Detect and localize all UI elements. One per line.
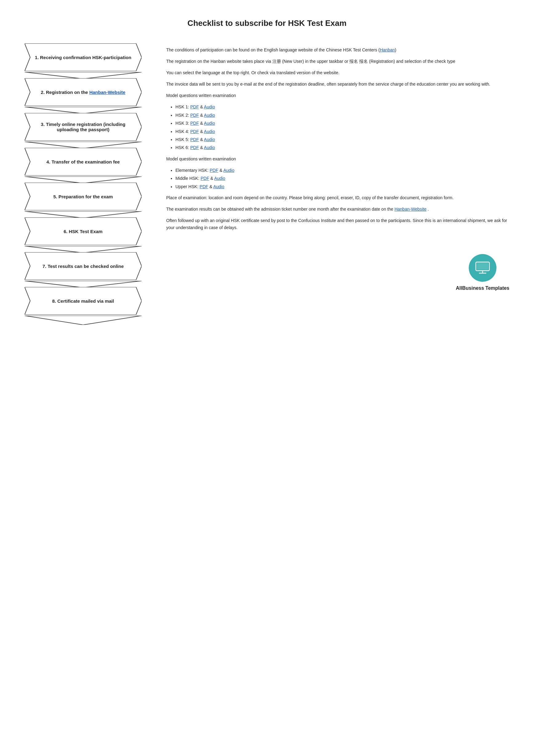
svg-marker-13 <box>25 281 141 288</box>
svg-marker-7 <box>25 176 141 183</box>
hsk6-audio-link[interactable]: Audio <box>204 145 215 150</box>
hanban-website-link-2[interactable]: Hanban-Website <box>394 207 427 212</box>
connector-3 <box>25 142 141 148</box>
para-3: You can select the language at the top r… <box>166 69 509 76</box>
step-6-label: 6. HSK Test Exam <box>64 229 103 234</box>
para-1: The conditions of participation can be f… <box>166 46 509 54</box>
hsk1-pdf-link[interactable]: PDF <box>190 104 199 109</box>
para-6: The examination results can be obtained … <box>166 206 509 213</box>
hsk1-audio-link[interactable]: Audio <box>204 104 215 109</box>
hsk2-pdf-link[interactable]: PDF <box>190 113 199 118</box>
step-1-chevron: 1. Receiving confirmation HSK-participat… <box>25 43 141 71</box>
model-q2-label: Model questions written examination <box>166 155 509 163</box>
main-layout: 1. Receiving confirmation HSK-participat… <box>25 43 509 325</box>
elem-audio-link[interactable]: Audio <box>223 168 235 173</box>
hanban-website-link[interactable]: Hanban-Website <box>89 90 125 95</box>
hsk2-audio-link[interactable]: Audio <box>204 113 215 118</box>
hsk5-audio-link[interactable]: Audio <box>204 137 215 142</box>
step-3-wrapper: 3. Timely online registration (including… <box>25 113 141 142</box>
para-5: Place of examination: location and room … <box>166 194 509 202</box>
step-6-wrapper: 6. HSK Test Exam <box>25 217 141 246</box>
hsk3-audio-link[interactable]: Audio <box>204 121 215 126</box>
right-column: The conditions of participation can be f… <box>166 43 509 292</box>
list-item: Upper HSK: PDF & Audio <box>175 183 509 190</box>
page-title: Checklist to subscribe for HSK Test Exam <box>25 18 509 28</box>
step-1-wrapper: 1. Receiving confirmation HSK-participat… <box>25 43 141 72</box>
step-2-wrapper: 2. Registration on the Hanban-Website <box>25 78 141 107</box>
step-7-chevron: 7. Test results can be checked online <box>25 252 141 280</box>
step-7-wrapper: 7. Test results can be checked online <box>25 252 141 281</box>
para-7: Often followed up with an original HSK c… <box>166 217 509 231</box>
svg-marker-9 <box>25 211 141 218</box>
monitor-icon <box>474 261 491 274</box>
list-item: HSK 2: PDF & Audio <box>175 112 509 119</box>
elem-pdf-link[interactable]: PDF <box>210 168 218 173</box>
step-3-chevron: 3. Timely online registration (including… <box>25 113 141 141</box>
list-item: Middle HSK: PDF & Audio <box>175 175 509 182</box>
step-1-label: 1. Receiving confirmation HSK-participat… <box>35 55 131 60</box>
svg-rect-19 <box>477 263 488 270</box>
hanban-link-inline[interactable]: Hanban <box>380 47 395 52</box>
hsk-links-list-2: Elementary HSK: PDF & Audio Middle HSK: … <box>166 167 509 190</box>
connector-6 <box>25 246 141 253</box>
hsk-links-list: HSK 1: PDF & Audio HSK 2: PDF & Audio HS… <box>166 103 509 151</box>
upper-pdf-link[interactable]: PDF <box>200 184 208 189</box>
svg-marker-11 <box>25 246 141 253</box>
model-q1-label: Model questions written examination <box>166 92 509 99</box>
hsk6-pdf-link[interactable]: PDF <box>190 145 199 150</box>
list-item: HSK 4: PDF & Audio <box>175 128 509 135</box>
svg-marker-1 <box>25 72 141 79</box>
logo-area: AllBusiness Templates <box>456 254 509 292</box>
upper-audio-link[interactable]: Audio <box>213 184 224 189</box>
step-3-label: 3. Timely online registration (including… <box>33 122 133 132</box>
logo-circle <box>469 254 496 282</box>
step-4-label: 4. Transfer of the examination fee <box>46 159 120 164</box>
para-4: The invoice data will be sent to you by … <box>166 81 509 88</box>
svg-marker-3 <box>25 107 141 114</box>
connector-1 <box>25 72 141 79</box>
connector-bottom <box>25 316 141 325</box>
step-2-label: 2. Registration on the Hanban-Website <box>41 90 126 95</box>
list-item: HSK 5: PDF & Audio <box>175 136 509 143</box>
svg-marker-15 <box>25 316 141 325</box>
list-item: HSK 6: PDF & Audio <box>175 144 509 151</box>
connector-5 <box>25 211 141 218</box>
step-8-wrapper: 8. Certificate mailed via mail <box>25 287 141 316</box>
connector-4 <box>25 176 141 183</box>
step-4-wrapper: 4. Transfer of the examination fee <box>25 148 141 176</box>
step-5-label: 5. Preparation for the exam <box>53 194 113 199</box>
step-7-label: 7. Test results can be checked online <box>42 264 124 269</box>
mid-pdf-link[interactable]: PDF <box>201 176 209 181</box>
connector-7 <box>25 281 141 288</box>
mid-audio-link[interactable]: Audio <box>214 176 225 181</box>
list-item: Elementary HSK: PDF & Audio <box>175 167 509 174</box>
connector-2 <box>25 107 141 114</box>
step-5-chevron: 5. Preparation for the exam <box>25 183 141 210</box>
step-2-chevron: 2. Registration on the Hanban-Website <box>25 78 141 106</box>
hsk3-pdf-link[interactable]: PDF <box>190 121 199 126</box>
step-8-label: 8. Certificate mailed via mail <box>52 298 114 304</box>
para-2: The registration on the Hanban website t… <box>166 58 509 65</box>
list-item: HSK 3: PDF & Audio <box>175 120 509 126</box>
step-5-wrapper: 5. Preparation for the exam <box>25 183 141 211</box>
hsk5-pdf-link[interactable]: PDF <box>190 137 199 142</box>
step-6-chevron: 6. HSK Test Exam <box>25 217 141 245</box>
steps-column: 1. Receiving confirmation HSK-participat… <box>25 43 154 325</box>
logo-text: AllBusiness Templates <box>456 284 509 292</box>
hsk4-audio-link[interactable]: Audio <box>204 129 215 134</box>
svg-marker-5 <box>25 142 141 148</box>
step-4-chevron: 4. Transfer of the examination fee <box>25 148 141 176</box>
hsk4-pdf-link[interactable]: PDF <box>190 129 199 134</box>
step-8-chevron: 8. Certificate mailed via mail <box>25 287 141 315</box>
list-item: HSK 1: PDF & Audio <box>175 103 509 110</box>
